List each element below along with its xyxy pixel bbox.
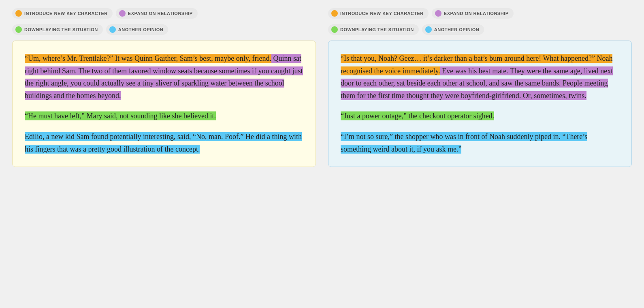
left-legend: INTRODUCE NEW KEY CHARACTER EXPAND ON RE… bbox=[12, 8, 316, 19]
another-label-right: ANOTHER OPINION bbox=[434, 27, 479, 32]
right-para-3: “I’m not so sure,” the shopper who was i… bbox=[341, 130, 619, 155]
downplaying-dot-right bbox=[331, 26, 338, 33]
right-para-1: “Is that you, Noah? Geez… it’s darker th… bbox=[341, 52, 619, 102]
right-p2-seg1: “Just a power outage,” the checkout oper… bbox=[341, 111, 494, 120]
downplaying-label-right: DOWNPLAYING THE SITUATION bbox=[340, 27, 414, 32]
introduce-label-right: INTRODUCE NEW KEY CHARACTER bbox=[340, 11, 424, 16]
downplaying-dot-left bbox=[15, 26, 22, 33]
introduce-dot-left bbox=[15, 10, 22, 17]
legend-downplaying-right[interactable]: DOWNPLAYING THE SITUATION bbox=[328, 24, 419, 35]
left-para-1: “Um, where’s Mr. Trentlake?” It was Quin… bbox=[25, 52, 303, 102]
left-legend-row2: DOWNPLAYING THE SITUATION ANOTHER OPINIO… bbox=[12, 24, 316, 35]
main-container: INTRODUCE NEW KEY CHARACTER EXPAND ON RE… bbox=[12, 8, 632, 167]
right-text-panel: “Is that you, Noah? Geez… it’s darker th… bbox=[328, 41, 632, 167]
legend-downplaying-left[interactable]: DOWNPLAYING THE SITUATION bbox=[12, 24, 103, 35]
right-panel: INTRODUCE NEW KEY CHARACTER EXPAND ON RE… bbox=[328, 8, 632, 167]
legend-another-right[interactable]: ANOTHER OPINION bbox=[422, 24, 484, 35]
left-panel: INTRODUCE NEW KEY CHARACTER EXPAND ON RE… bbox=[12, 8, 316, 167]
introduce-label-left: INTRODUCE NEW KEY CHARACTER bbox=[24, 11, 108, 16]
downplaying-label-left: DOWNPLAYING THE SITUATION bbox=[24, 27, 98, 32]
expand-dot-left bbox=[119, 10, 126, 17]
left-p1-seg1: “Um, where’s Mr. Trentlake?” It was Quin… bbox=[25, 54, 271, 63]
left-para-2: “He must have left,” Mary said, not soun… bbox=[25, 110, 303, 122]
legend-expand-left[interactable]: EXPAND ON RELATIONSHIP bbox=[116, 8, 198, 19]
right-p3-seg1: “I’m not so sure,” the shopper who was i… bbox=[341, 132, 587, 154]
right-legend-row2: DOWNPLAYING THE SITUATION ANOTHER OPINIO… bbox=[328, 24, 632, 35]
expand-label-right: EXPAND ON RELATIONSHIP bbox=[444, 11, 509, 16]
another-label-left: ANOTHER OPINION bbox=[118, 27, 163, 32]
left-text-panel: “Um, where’s Mr. Trentlake?” It was Quin… bbox=[12, 41, 316, 167]
left-p3-seg1: Edilio, a new kid Sam found potentially … bbox=[25, 132, 302, 154]
another-dot-right bbox=[425, 26, 432, 33]
expand-dot-right bbox=[435, 10, 441, 17]
expand-label-left: EXPAND ON RELATIONSHIP bbox=[128, 11, 193, 16]
introduce-dot-right bbox=[331, 10, 338, 17]
legend-introduce-right[interactable]: INTRODUCE NEW KEY CHARACTER bbox=[328, 8, 429, 19]
right-legend: INTRODUCE NEW KEY CHARACTER EXPAND ON RE… bbox=[328, 8, 632, 19]
legend-introduce-left[interactable]: INTRODUCE NEW KEY CHARACTER bbox=[12, 8, 113, 19]
right-para-2: “Just a power outage,” the checkout oper… bbox=[341, 110, 619, 122]
legend-expand-right[interactable]: EXPAND ON RELATIONSHIP bbox=[432, 8, 514, 19]
left-p2-seg1: “He must have left,” Mary said, not soun… bbox=[25, 111, 216, 120]
legend-another-left[interactable]: ANOTHER OPINION bbox=[106, 24, 168, 35]
another-dot-left bbox=[109, 26, 116, 33]
left-para-3: Edilio, a new kid Sam found potentially … bbox=[25, 130, 303, 155]
